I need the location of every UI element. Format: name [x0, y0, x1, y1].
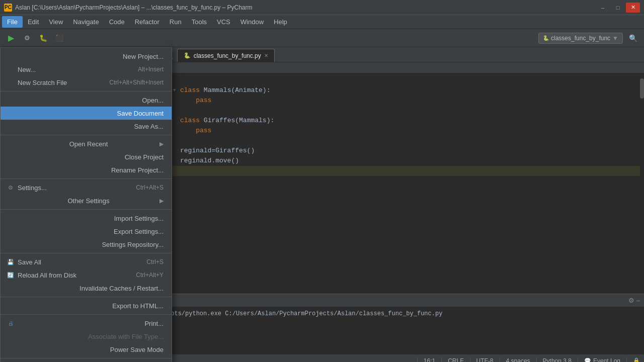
menu-new-project[interactable]: New Project... [1, 50, 172, 63]
menu-invalidate[interactable]: Invalidate Caches / Restart... [1, 282, 172, 295]
menu-save-as[interactable]: Save As... [1, 120, 172, 133]
menu-reload-disk[interactable]: 🔄 Reload All from Disk Ctrl+Alt+Y [1, 268, 172, 282]
menu-associate: Associate with File Type... [1, 330, 172, 343]
menu-sep-8 [1, 358, 172, 358]
menu-settings[interactable]: ⚙ Settings... Ctrl+Alt+S [1, 181, 172, 194]
menu-new-scratch[interactable]: New Scratch File Ctrl+Alt+Shift+Insert [1, 76, 172, 89]
dropdown-overlay[interactable]: New Project... New... Alt+Insert New Scr… [0, 0, 644, 362]
menu-sep-3 [1, 178, 172, 179]
menu-other-settings[interactable]: Other Settings ▶ [1, 194, 172, 207]
menu-save-all[interactable]: 💾 Save All Ctrl+S [1, 255, 172, 268]
menu-open-recent[interactable]: Open Recent ▶ [1, 137, 172, 150]
file-menu: New Project... New... Alt+Insert New Scr… [0, 47, 172, 362]
menu-close-project[interactable]: Close Project [1, 150, 172, 163]
menu-sep-5 [1, 253, 172, 253]
menu-export-settings[interactable]: Export Settings... [1, 225, 172, 238]
menu-sep-7 [1, 314, 172, 315]
menu-rename-project[interactable]: Rename Project... [1, 163, 172, 176]
menu-import-settings[interactable]: Import Settings... [1, 212, 172, 225]
menu-sep-1 [1, 91, 172, 92]
menu-sep-6 [1, 297, 172, 297]
menu-new[interactable]: New... Alt+Insert [1, 63, 172, 76]
menu-power-save[interactable]: Power Save Mode [1, 343, 172, 356]
menu-print[interactable]: 🖨 Print... [1, 317, 172, 330]
menu-save-document[interactable]: Save Document [1, 107, 172, 120]
menu-export-html[interactable]: Export to HTML... [1, 299, 172, 312]
menu-settings-repo[interactable]: Settings Repository... [1, 238, 172, 251]
menu-sep-2 [1, 135, 172, 135]
menu-sep-4 [1, 209, 172, 210]
menu-open[interactable]: Open... [1, 94, 172, 107]
